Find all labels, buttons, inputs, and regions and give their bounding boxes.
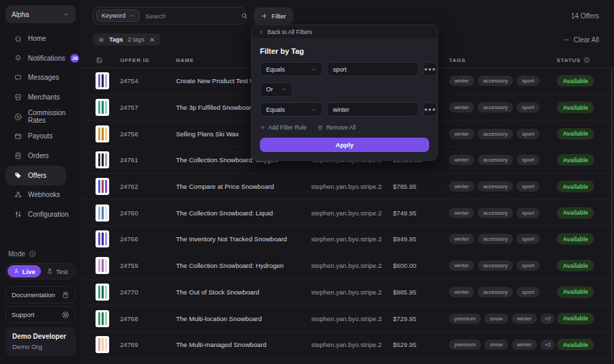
sidebar-bottom: Mode Live Test Documentation	[5, 250, 76, 356]
org-selector[interactable]: Alpha	[5, 5, 76, 23]
tag-pill: sport	[516, 155, 540, 165]
table-row[interactable]: 24769 The Multi-managed Snowboard stephe…	[82, 332, 614, 359]
filter-popup-body: Filter by Tag Equals ●●● Or Equals ●●●	[252, 38, 437, 160]
sidebar-item-messages[interactable]: Messages	[5, 67, 72, 87]
sidebar-item-offers[interactable]: Offers	[5, 166, 66, 185]
table-row[interactable]: 24766 The Inventory Not Tracked Snowboar…	[82, 226, 614, 253]
tag-pill: accessory	[478, 129, 513, 139]
mode-test-button[interactable]: Test	[41, 265, 74, 277]
table-row[interactable]: 24768 The Multi-location Snowboard steph…	[82, 305, 614, 332]
sidebar-item-notifications[interactable]: Notifications26	[5, 48, 72, 68]
add-filter-rule-label: Add Filter Rule	[268, 124, 306, 131]
sidebar-item-merchants[interactable]: Merchants	[5, 87, 72, 107]
tag-value-input-2[interactable]	[327, 102, 419, 117]
header-offer-id[interactable]: OFFER ID	[120, 57, 176, 63]
sidebar-item-label: Home	[28, 35, 46, 42]
tag-pill: premium	[449, 314, 481, 324]
add-filter-rule-button[interactable]: Add Filter Rule	[260, 124, 306, 131]
tags-cell: winteraccessorysport	[449, 129, 557, 139]
tag-pill: winter	[512, 314, 537, 324]
notifications-badge: 26	[70, 54, 79, 63]
account-card[interactable]: Demo Developer Demo Org	[5, 327, 76, 356]
webhooks-icon	[14, 190, 23, 199]
tag-icon	[14, 171, 23, 180]
tag-value-input-1[interactable]	[327, 62, 419, 76]
sidebar-item-label: Messages	[28, 74, 59, 81]
status-badge: Available	[557, 207, 594, 219]
filter-button[interactable]: Filter	[254, 7, 293, 25]
offer-id-cell: 24768	[120, 315, 176, 322]
merchant-cell: stephen.yan.byo.stripe.2	[311, 288, 393, 296]
tag-pill: winter	[449, 129, 474, 139]
bell-icon	[14, 54, 23, 63]
operator-select-2[interactable]: Equals	[260, 102, 323, 117]
keyword-label: Keyword	[102, 12, 126, 19]
header-tags[interactable]: TAGS	[449, 57, 557, 63]
operator-1-value: Equals	[266, 66, 285, 73]
image-column-icon	[96, 57, 120, 64]
info-icon[interactable]	[29, 250, 36, 258]
tag-pill: sport	[516, 76, 540, 86]
sidebar-item-label: Configuration	[28, 211, 68, 218]
remove-filter-icon[interactable]: ✕	[149, 36, 155, 44]
orders-icon	[14, 151, 23, 160]
operator-select-1[interactable]: Equals	[260, 62, 323, 76]
tags-filter-chip[interactable]: Tags 2 tags ✕	[93, 33, 160, 46]
price-cell: $949.95	[393, 235, 449, 243]
mode-live-button[interactable]: Live	[8, 265, 41, 277]
search-input[interactable]	[145, 12, 235, 20]
tag-pill: accessory	[478, 155, 513, 165]
sidebar-item-payouts[interactable]: Payouts	[5, 126, 72, 146]
clear-all-label: Clear All	[574, 36, 599, 44]
sidebar-nav: HomeNotifications26MessagesMerchantsComm…	[5, 29, 76, 224]
sidebar-item-label: Payouts	[28, 132, 53, 140]
status-badge: Available	[557, 233, 594, 245]
conjunction-select[interactable]: Or	[260, 82, 293, 97]
tag-pill: snow	[484, 339, 508, 350]
filter-button-label: Filter	[272, 12, 286, 20]
tag-pill: sport	[516, 260, 540, 271]
offer-id-cell: 24759	[120, 262, 176, 269]
sidebar-item-orders[interactable]: Orders	[5, 146, 72, 166]
tag-pill: sport	[516, 208, 540, 218]
chevron-down-icon	[63, 11, 70, 18]
clear-all-button[interactable]: Clear All	[564, 36, 599, 44]
tag-pill: snow	[484, 314, 508, 324]
back-to-all-filters[interactable]: Back to All Filters	[252, 25, 437, 38]
store-icon	[14, 93, 23, 102]
rule-1-menu-button[interactable]: ●●●	[423, 62, 437, 76]
support-link[interactable]: Support	[5, 306, 76, 323]
remove-all-button[interactable]: Remove All	[317, 124, 355, 131]
vertical-scrollbar[interactable]	[611, 68, 613, 361]
tags-cell: winteraccessorysport	[449, 208, 557, 218]
keyword-dropdown[interactable]: Keyword	[96, 10, 140, 22]
table-row[interactable]: 24770 The Out of Stock Snowboard stephen…	[82, 279, 614, 306]
apply-button[interactable]: Apply	[260, 138, 429, 152]
flask-icon	[46, 268, 53, 275]
status-badge: Available	[557, 313, 594, 324]
sidebar-item-configuration[interactable]: Configuration	[5, 204, 72, 224]
table-row[interactable]: 24759 The Collection Snowboard: Hydrogen…	[82, 253, 614, 279]
rule-2-menu-button[interactable]: ●●●	[423, 102, 437, 117]
tags-cell: winteraccessorysport	[449, 260, 557, 271]
header-status-label: STATUS	[557, 57, 581, 63]
price-cell: $885.95	[393, 288, 449, 296]
table-row[interactable]: 24762 The Compare at Price Snowboard ste…	[82, 174, 614, 200]
sidebar-item-home[interactable]: Home	[5, 29, 72, 48]
price-cell: $749.95	[393, 209, 449, 217]
documentation-link[interactable]: Documentation	[5, 286, 76, 303]
offer-id-cell: 24760	[120, 209, 176, 217]
search-icon	[241, 12, 248, 20]
tags-cell: winteraccessorysport	[449, 155, 557, 165]
mode-label: Mode	[8, 250, 25, 258]
header-status[interactable]: STATUS	[557, 57, 614, 63]
table-row[interactable]: 24760 The Collection Snowboard: Liquid s…	[82, 200, 614, 226]
tag-overflow-pill[interactable]: +2	[540, 314, 555, 324]
offer-name-cell: The Out of Stock Snowboard	[176, 288, 311, 296]
offer-thumbnail	[96, 178, 109, 195]
tag-pill: winter	[512, 339, 537, 350]
sidebar-item-commission-rates[interactable]: Commission Rates	[5, 107, 72, 127]
trash-icon	[317, 125, 323, 131]
tag-overflow-pill[interactable]: +2	[540, 339, 555, 350]
sidebar-item-webhooks[interactable]: Webhooks	[5, 185, 72, 205]
